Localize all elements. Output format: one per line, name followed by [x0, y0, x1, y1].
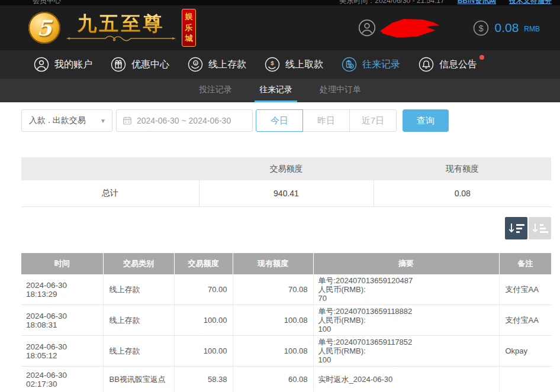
- sort-asc-bars-icon: [540, 224, 548, 233]
- dollar-hand-icon: $: [265, 57, 280, 72]
- user-icon: [34, 57, 49, 72]
- today-button[interactable]: 今日: [256, 109, 303, 132]
- gift-icon: [111, 57, 126, 72]
- summary-table: 交易额度 现有额度 总计 940.41 0.08: [21, 157, 551, 207]
- filter-bar: 入款 . 出款交易 ▼ 2024-06-30 ~ 2024-06-30 今日 昨…: [21, 109, 551, 132]
- nav-my-account[interactable]: 我的账户: [34, 57, 92, 72]
- tech-support-link[interactable]: 技术支持服务: [509, 0, 552, 5]
- dollar-coin-icon: $: [473, 20, 489, 36]
- balance-amount: 0.08: [494, 21, 519, 35]
- quick-range-group: 今日 昨日 近7日: [256, 109, 397, 132]
- site-header: 5 九五至尊 娱乐城 $: [0, 5, 560, 50]
- col-header-summary: 摘要: [313, 253, 499, 274]
- avatar-icon[interactable]: [358, 19, 376, 37]
- notification-red-dot: [479, 55, 484, 60]
- coin-hand-icon: ¥: [188, 57, 203, 72]
- sort-descending-button[interactable]: [505, 217, 527, 239]
- record-subnav: 投注记录 往来记录 处理中订单: [0, 79, 560, 102]
- yesterday-button[interactable]: 昨日: [302, 109, 350, 132]
- top-strip: 会员中心 美东时间：2024/06/30 - 21:54:17 BBIN资讯网 …: [0, 0, 560, 5]
- nav-withdraw[interactable]: $ 线上取款: [265, 57, 323, 72]
- table-row: 2024-06-30 18:05:12 线上存款 100.00 100.08 单…: [21, 336, 551, 367]
- main-nav: 我的账户 优惠中心 ¥ 线上存款 $ 线上取款: [0, 50, 560, 79]
- logo-monogram-icon: 5: [28, 12, 60, 44]
- table-row: 2024-06-30 18:08:31 线上存款 100.00 100.08 单…: [21, 305, 551, 336]
- col-header-type: 交易类别: [103, 253, 174, 274]
- records-table: 时间 交易类别 交易额度 现有额度 摘要 备注 2024-06-30 18:13…: [21, 253, 551, 392]
- nav-transaction-records[interactable]: 往来记录: [342, 57, 400, 72]
- record-list-icon: [342, 57, 357, 72]
- sort-controls: [0, 217, 551, 239]
- last7days-button[interactable]: 近7日: [349, 109, 397, 132]
- search-button[interactable]: 查询: [403, 109, 449, 132]
- bbin-news-link[interactable]: BBIN资讯网: [458, 0, 496, 5]
- col-header-note: 备注: [499, 253, 551, 274]
- summary-header-current-amount: 现有额度: [374, 157, 551, 180]
- col-header-amount: 交易额度: [174, 253, 233, 274]
- summary-total-label: 总计: [21, 180, 199, 206]
- logo-flourish-icon: [66, 34, 176, 42]
- arrow-down-icon: [532, 223, 538, 234]
- summary-header-blank: [21, 157, 199, 180]
- table-row: 2024-06-30 18:13:29 线上存款 70.00 70.08 单号:…: [21, 274, 551, 305]
- brand-name: 九五至尊: [78, 14, 165, 34]
- calendar-icon: [123, 116, 132, 125]
- col-header-balance: 现有额度: [233, 253, 313, 274]
- table-row: 2024-06-30 02:17:30 BB视讯骰宝返点 58.38 60.08…: [21, 367, 551, 392]
- wallet-balance[interactable]: $ 0.08 RMB: [473, 20, 540, 36]
- tab-pending-orders[interactable]: 处理中订单: [315, 79, 366, 102]
- summary-total-row: 总计 940.41 0.08: [21, 180, 551, 206]
- tab-bet-records[interactable]: 投注记录: [194, 79, 237, 102]
- summary-total-current: 0.08: [374, 180, 551, 206]
- svg-text:¥: ¥: [195, 61, 197, 65]
- transaction-type-select[interactable]: 入款 . 出款交易 ▼: [21, 109, 112, 132]
- site-logo[interactable]: 5 九五至尊 娱乐城: [28, 9, 196, 47]
- date-range-input[interactable]: 2024-06-30 ~ 2024-06-30: [116, 109, 253, 132]
- arrow-down-icon: [508, 223, 514, 234]
- member-center-link[interactable]: 会员中心: [33, 0, 61, 5]
- nav-announcements[interactable]: 信息公告: [419, 57, 477, 72]
- records-header-row: 时间 交易类别 交易额度 现有额度 摘要 备注: [21, 253, 551, 274]
- sort-ascending-button[interactable]: [529, 217, 551, 239]
- sort-desc-bars-icon: [516, 224, 524, 233]
- summary-total-trade: 940.41: [199, 180, 374, 206]
- bell-icon: [419, 57, 434, 72]
- nav-deposit[interactable]: ¥ 线上存款: [188, 57, 246, 72]
- nav-promotions[interactable]: 优惠中心: [111, 57, 169, 72]
- svg-text:$: $: [479, 23, 484, 33]
- username-redaction-scribble: [378, 15, 442, 41]
- balance-currency: RMB: [524, 25, 540, 33]
- col-header-time: 时间: [21, 253, 103, 274]
- svg-text:$: $: [271, 60, 274, 66]
- summary-header-trade-amount: 交易额度: [199, 157, 374, 180]
- server-time: 美东时间：2024/06/30 - 21:54:17: [339, 0, 444, 5]
- chevron-down-icon: ▼: [100, 118, 106, 124]
- brand-sub-badge: 娱乐城: [182, 9, 196, 47]
- tab-transaction-records[interactable]: 往来记录: [255, 79, 297, 102]
